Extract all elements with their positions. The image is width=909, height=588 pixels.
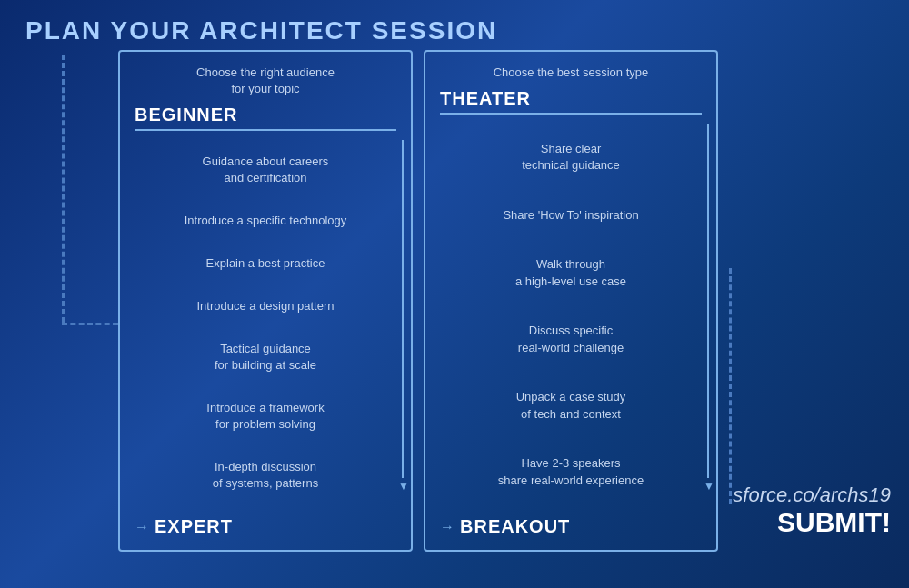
audience-panel-bottom: → EXPERT xyxy=(135,513,396,537)
session-end-label: BREAKOUT xyxy=(460,516,570,537)
dashed-line-right xyxy=(729,268,732,504)
list-item: Walk througha high-level use case xyxy=(440,256,702,289)
list-item: Introduce a design pattern xyxy=(135,298,396,314)
list-item: Share 'How To' inspiration xyxy=(440,207,702,224)
list-item: Introduce a specific technology xyxy=(135,213,396,229)
list-item: Tactical guidancefor building at scale xyxy=(135,341,396,374)
session-panel-bottom: → BREAKOUT xyxy=(440,513,702,537)
session-start-label: THEATER xyxy=(440,88,702,115)
list-item: In-depth discussionof systems, patterns xyxy=(135,459,396,492)
audience-items-list: Guidance about careersand certification … xyxy=(135,140,396,505)
session-type-panel: Choose the best session type THEATER Sha… xyxy=(424,50,718,552)
audience-arrow-line xyxy=(402,140,404,478)
list-item: Share cleartechnical guidance xyxy=(440,141,702,174)
list-item: Introduce a frameworkfor problem solving xyxy=(135,400,396,433)
arrow-right-icon: → xyxy=(135,519,149,535)
page-title: PLAN YOUR ARCHITECT SESSION xyxy=(25,16,497,45)
content-area: Choose the right audience for your topic… xyxy=(118,50,718,552)
cta-area: sforce.co/archs19 SUBMIT! xyxy=(733,483,891,538)
session-arrow-line xyxy=(707,124,709,478)
dashed-line-horiz xyxy=(62,323,118,325)
session-items-list: Share cleartechnical guidance Share 'How… xyxy=(440,124,702,505)
cta-url: sforce.co/archs19 xyxy=(733,483,891,507)
list-item: Explain a best practice xyxy=(135,255,396,272)
list-item: Unpack a case studyof tech and context xyxy=(440,389,702,422)
arrow-right-icon: → xyxy=(440,519,454,535)
list-item: Guidance about careersand certification xyxy=(135,154,396,186)
list-item: Have 2-3 speakersshare real-world experi… xyxy=(440,455,702,488)
cta-submit[interactable]: SUBMIT! xyxy=(733,507,891,538)
session-type-panel-header: Choose the best session type xyxy=(440,65,702,81)
list-item: Discuss specificreal-world challenge xyxy=(440,323,702,355)
audience-start-label: BEGINNER xyxy=(135,105,396,131)
audience-end-label: EXPERT xyxy=(155,516,233,537)
audience-panel-header: Choose the right audience for your topic xyxy=(135,65,396,97)
dashed-line-left xyxy=(62,55,65,323)
audience-panel: Choose the right audience for your topic… xyxy=(118,50,413,552)
